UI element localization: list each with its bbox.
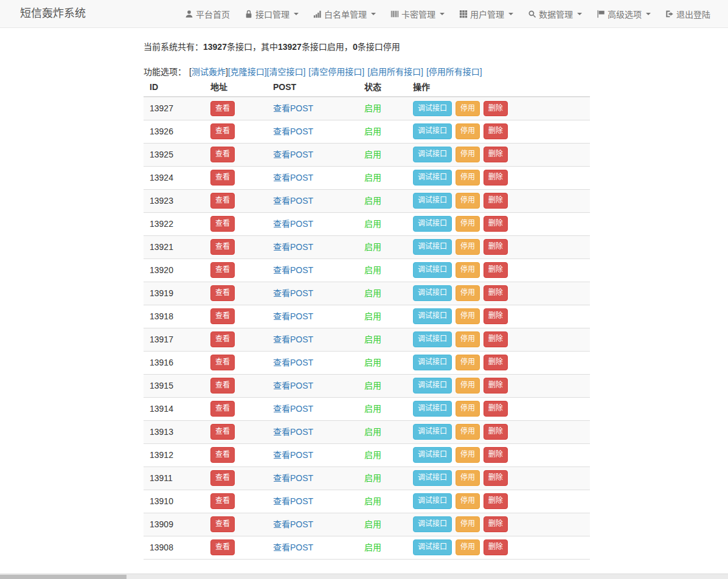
delete-button[interactable]: 删除	[484, 170, 508, 185]
delete-button[interactable]: 删除	[484, 355, 508, 370]
disable-button[interactable]: 停用	[456, 424, 480, 439]
debug-api-button[interactable]: 调试接口	[413, 239, 452, 254]
view-post-link[interactable]: 查看POST	[273, 173, 313, 182]
nav-item-card-management[interactable]: 卡密管理	[383, 0, 452, 27]
delete-button[interactable]: 删除	[484, 147, 508, 162]
delete-button[interactable]: 删除	[484, 378, 508, 393]
app-title[interactable]: 短信轰炸系统	[20, 0, 86, 27]
view-post-link[interactable]: 查看POST	[273, 473, 313, 483]
disable-button[interactable]: 停用	[456, 193, 480, 208]
nav-item-home[interactable]: 平台首页	[178, 0, 237, 27]
disable-button[interactable]: 停用	[456, 331, 480, 347]
view-post-link[interactable]: 查看POST	[273, 150, 313, 159]
view-address-button[interactable]: 查看	[210, 516, 235, 532]
delete-button[interactable]: 删除	[484, 285, 508, 300]
view-post-link[interactable]: 查看POST	[273, 543, 313, 552]
view-address-button[interactable]: 查看	[210, 378, 235, 393]
disable-button[interactable]: 停用	[456, 262, 480, 277]
delete-button[interactable]: 删除	[484, 193, 508, 208]
delete-button[interactable]: 删除	[484, 447, 508, 462]
delete-button[interactable]: 删除	[484, 101, 508, 116]
delete-button[interactable]: 删除	[484, 262, 508, 277]
horizontal-scrollbar-track[interactable]	[0, 574, 728, 579]
view-address-button[interactable]: 查看	[210, 401, 235, 416]
view-post-link[interactable]: 查看POST	[273, 196, 313, 206]
nav-item-whitelist-management[interactable]: 白名单管理	[306, 0, 383, 27]
view-address-button[interactable]: 查看	[210, 539, 235, 555]
delete-button[interactable]: 删除	[484, 493, 508, 508]
view-address-button[interactable]: 查看	[210, 285, 235, 300]
debug-api-button[interactable]: 调试接口	[413, 331, 452, 347]
disable-button[interactable]: 停用	[456, 493, 480, 508]
view-address-button[interactable]: 查看	[210, 170, 235, 185]
disable-button[interactable]: 停用	[456, 101, 480, 116]
clear-api-link[interactable]: [清空接口]	[267, 67, 306, 77]
disable-button[interactable]: 停用	[456, 285, 480, 300]
debug-api-button[interactable]: 调试接口	[413, 516, 452, 532]
view-address-button[interactable]: 查看	[210, 493, 235, 508]
disable-button[interactable]: 停用	[456, 216, 480, 231]
delete-button[interactable]: 删除	[484, 216, 508, 231]
view-address-button[interactable]: 查看	[210, 216, 235, 231]
debug-api-button[interactable]: 调试接口	[413, 424, 452, 439]
disable-button[interactable]: 停用	[456, 401, 480, 416]
disable-button[interactable]: 停用	[456, 170, 480, 185]
view-address-button[interactable]: 查看	[210, 355, 235, 370]
view-address-button[interactable]: 查看	[210, 193, 235, 208]
view-post-link[interactable]: 查看POST	[273, 311, 313, 321]
view-post-link[interactable]: 查看POST	[273, 335, 313, 344]
view-post-link[interactable]: 查看POST	[273, 519, 313, 529]
disable-button[interactable]: 停用	[456, 470, 480, 485]
debug-api-button[interactable]: 调试接口	[413, 447, 452, 462]
nav-item-data-management[interactable]: 数据管理	[521, 0, 589, 27]
debug-api-button[interactable]: 调试接口	[413, 147, 452, 162]
delete-button[interactable]: 删除	[484, 516, 508, 532]
view-address-button[interactable]: 查看	[210, 101, 235, 116]
nav-item-logout[interactable]: 退出登陆	[658, 0, 718, 27]
delete-button[interactable]: 删除	[484, 539, 508, 555]
disable-all-api-link[interactable]: [停用所有接口]	[426, 67, 482, 77]
view-post-link[interactable]: 查看POST	[273, 242, 313, 252]
disable-button[interactable]: 停用	[456, 539, 480, 555]
view-post-link[interactable]: 查看POST	[273, 127, 313, 136]
view-post-link[interactable]: 查看POST	[273, 358, 313, 367]
view-post-link[interactable]: 查看POST	[273, 103, 313, 113]
delete-button[interactable]: 删除	[484, 308, 508, 324]
debug-api-button[interactable]: 调试接口	[413, 308, 452, 324]
nav-item-api-management[interactable]: 接口管理	[237, 0, 306, 27]
nav-item-advanced-options[interactable]: 高级选项	[589, 0, 658, 27]
debug-api-button[interactable]: 调试接口	[413, 123, 452, 139]
disable-button[interactable]: 停用	[456, 447, 480, 462]
view-post-link[interactable]: 查看POST	[273, 496, 313, 506]
debug-api-button[interactable]: 调试接口	[413, 355, 452, 370]
view-address-button[interactable]: 查看	[210, 239, 235, 254]
nav-item-user-management[interactable]: 用户管理	[452, 0, 521, 27]
view-address-button[interactable]: 查看	[210, 308, 235, 324]
delete-button[interactable]: 删除	[484, 239, 508, 254]
view-post-link[interactable]: 查看POST	[273, 265, 313, 275]
view-post-link[interactable]: 查看POST	[273, 427, 313, 437]
debug-api-button[interactable]: 调试接口	[413, 285, 452, 300]
view-post-link[interactable]: 查看POST	[273, 219, 313, 229]
test-bomb-link[interactable]: 测试轰炸	[192, 67, 226, 77]
view-address-button[interactable]: 查看	[210, 331, 235, 347]
view-post-link[interactable]: 查看POST	[273, 404, 313, 414]
view-address-button[interactable]: 查看	[210, 262, 235, 277]
view-address-button[interactable]: 查看	[210, 424, 235, 439]
disable-button[interactable]: 停用	[456, 147, 480, 162]
debug-api-button[interactable]: 调试接口	[413, 101, 452, 116]
debug-api-button[interactable]: 调试接口	[413, 493, 452, 508]
enable-all-api-link[interactable]: [启用所有接口]	[367, 67, 423, 77]
clear-disabled-api-link[interactable]: [清空停用接口]	[308, 67, 364, 77]
view-post-link[interactable]: 查看POST	[273, 381, 313, 390]
disable-button[interactable]: 停用	[456, 239, 480, 254]
delete-button[interactable]: 删除	[484, 424, 508, 439]
disable-button[interactable]: 停用	[456, 123, 480, 139]
debug-api-button[interactable]: 调试接口	[413, 378, 452, 393]
debug-api-button[interactable]: 调试接口	[413, 539, 452, 555]
delete-button[interactable]: 删除	[484, 470, 508, 485]
view-address-button[interactable]: 查看	[210, 123, 235, 139]
disable-button[interactable]: 停用	[456, 355, 480, 370]
delete-button[interactable]: 删除	[484, 331, 508, 347]
debug-api-button[interactable]: 调试接口	[413, 193, 452, 208]
